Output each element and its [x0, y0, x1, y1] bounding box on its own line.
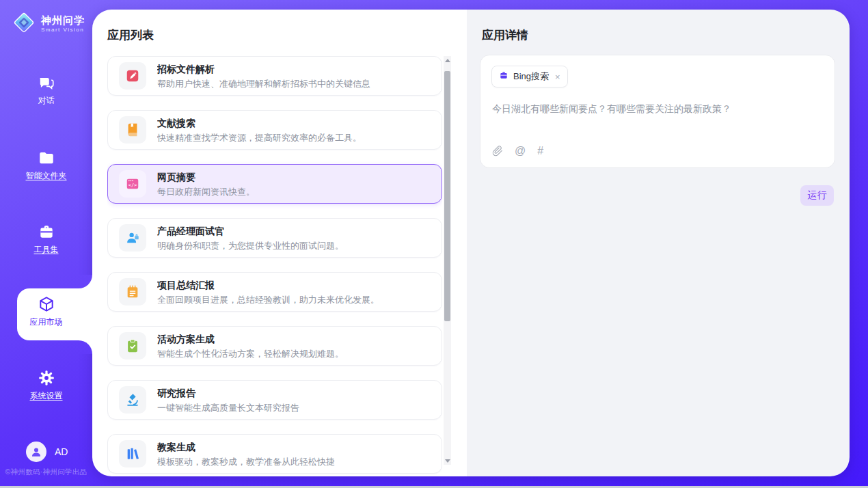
books-icon — [125, 446, 140, 461]
brand-subtitle: Smart Vision — [41, 27, 85, 33]
app-card-7[interactable]: 研究报告一键智能生成高质量长文本研究报告 — [107, 380, 442, 420]
scrollbar-thumb[interactable] — [444, 71, 450, 321]
app-card-description: 每日政府新闻资讯快查。 — [157, 187, 255, 196]
scroll-down-button[interactable] — [444, 457, 451, 465]
app-card-description: 一键智能生成高质量长文本研究报告 — [157, 403, 299, 412]
browser-code-icon: </> — [125, 176, 140, 191]
app-window: 神州问学 Smart Vision 对话智能文件夹工具集应用市场系统设置 AD … — [0, 0, 868, 488]
sidebar-item-label: 应用市场 — [30, 316, 63, 328]
app-card-title: 活动方案生成 — [157, 334, 344, 344]
brand-name: 神州问学 — [41, 15, 85, 26]
main-content: 应用列表 招标文件解析帮助用户快速、准确地理解和解析招标书中的关键信息文献搜索快… — [92, 10, 850, 476]
pen-square-icon — [125, 68, 140, 83]
app-icon-tile: </> — [119, 170, 146, 198]
app-list-pane: 应用列表 招标文件解析帮助用户快速、准确地理解和解析招标书中的关键信息文献搜索快… — [92, 10, 467, 476]
scroll-up-button[interactable] — [444, 56, 451, 64]
app-card-title: 教案生成 — [157, 442, 335, 452]
tool-chip-label: Bing搜索 — [513, 70, 549, 83]
gear-icon — [38, 369, 55, 387]
toolbox-icon — [38, 223, 55, 241]
app-list-title: 应用列表 — [107, 27, 154, 43]
app-card-title: 项目总结汇报 — [157, 280, 379, 290]
sidebar-item-5[interactable]: 系统设置 — [0, 369, 92, 413]
app-card-5[interactable]: 项目总结汇报全面回顾项目进展，总结经验教训，助力未来优化发展。 — [107, 272, 442, 312]
app-card-description: 模板驱动，教案秒成，教学准备从此轻松快捷 — [157, 457, 335, 466]
app-card-6[interactable]: 活动方案生成智能生成个性化活动方案，轻松解决规划难题。 — [107, 326, 442, 366]
app-icon-tile — [119, 386, 146, 414]
app-card-description: 明确身份和职责，为您提供专业性的面试问题。 — [157, 241, 344, 250]
clipboard-check-icon — [125, 338, 140, 353]
sidebar-footer: ©神州数码·神州问学出品 — [0, 467, 92, 477]
tool-chip-bing-search[interactable]: Bing搜索 × — [491, 66, 568, 87]
at-icon[interactable]: @ — [515, 146, 526, 157]
chat-icon — [38, 74, 55, 92]
sidebar-item-label: 系统设置 — [30, 390, 63, 402]
app-card-title: 网页摘要 — [157, 172, 255, 182]
app-list: 招标文件解析帮助用户快速、准确地理解和解析招标书中的关键信息文献搜索快速精准查找… — [107, 56, 442, 476]
app-card-title: 文献搜索 — [157, 118, 362, 128]
app-card-2[interactable]: 文献搜索快速精准查找学术资源，提高研究效率的必备工具。 — [107, 110, 442, 150]
app-card-description: 全面回顾项目进展，总结经验教训，助力未来优化发展。 — [157, 295, 379, 304]
run-button[interactable]: 运行 — [800, 185, 834, 206]
paperclip-icon[interactable] — [492, 146, 503, 157]
app-icon-tile — [119, 440, 146, 467]
close-icon[interactable]: × — [555, 72, 560, 81]
sidebar-item-3[interactable]: 工具集 — [0, 223, 92, 267]
app-card-1[interactable]: 招标文件解析帮助用户快速、准确地理解和解析招标书中的关键信息 — [107, 56, 442, 96]
sidebar-item-2[interactable]: 智能文件夹 — [0, 149, 92, 193]
app-card-4[interactable]: 产品经理面试官明确身份和职责，为您提供专业性的面试问题。 — [107, 218, 442, 258]
book-icon — [125, 122, 140, 137]
cube-icon — [38, 295, 55, 313]
diamond-logo-icon — [12, 11, 36, 37]
sidebar-item-label: 工具集 — [34, 244, 59, 256]
query-input[interactable]: 今日湖北有哪些新闻要点？有哪些需要关注的最新政策？ — [492, 103, 824, 116]
app-icon-tile — [119, 62, 146, 90]
app-card-title: 招标文件解析 — [157, 64, 370, 74]
app-card-title: 研究报告 — [157, 388, 299, 398]
sidebar: 神州问学 Smart Vision 对话智能文件夹工具集应用市场系统设置 AD … — [0, 0, 92, 488]
brand: 神州问学 Smart Vision — [12, 11, 85, 37]
app-card-description: 快速精准查找学术资源，提高研究效率的必备工具。 — [157, 133, 362, 142]
sidebar-item-label: 对话 — [38, 95, 55, 107]
microscope-icon — [125, 392, 140, 407]
sidebar-item-1[interactable]: 对话 — [0, 74, 92, 118]
user-row: AD — [0, 442, 92, 462]
app-icon-tile — [119, 116, 146, 144]
app-card-description: 智能生成个性化活动方案，轻松解决规划难题。 — [157, 349, 344, 358]
app-card-description: 帮助用户快速、准确地理解和解析招标书中的关键信息 — [157, 79, 370, 88]
app-card-3[interactable]: </>网页摘要每日政府新闻资讯快查。 — [107, 164, 442, 204]
folder-icon — [38, 149, 55, 167]
interviewer-icon — [125, 230, 140, 245]
active-tab-curve-top — [79, 275, 92, 288]
app-card-8[interactable]: 教案生成模板驱动，教案秒成，教学准备从此轻松快捷 — [107, 434, 442, 474]
app-icon-tile — [119, 224, 146, 252]
app-icon-tile — [119, 332, 146, 360]
hash-icon[interactable]: # — [537, 146, 543, 157]
sidebar-item-label: 智能文件夹 — [26, 170, 67, 182]
app-icon-tile — [119, 278, 146, 306]
notepad-icon — [125, 284, 140, 299]
app-detail-title: 应用详情 — [482, 27, 528, 43]
avatar[interactable] — [26, 442, 46, 462]
composer-toolbar: @ # — [492, 146, 543, 157]
app-detail-pane: 应用详情 Bing搜索 × 今日湖北有哪些新闻要点？有哪些需要关注的最新政策？ — [467, 10, 850, 476]
app-card-title: 产品经理面试官 — [157, 226, 344, 236]
svg-text:</>: </> — [128, 182, 137, 188]
user-name: AD — [55, 446, 68, 457]
sidebar-item-4[interactable]: 应用市场 — [0, 295, 92, 339]
triangle-up-icon — [445, 59, 450, 62]
active-tab-curve-bottom — [79, 340, 92, 354]
composer-card: Bing搜索 × 今日湖北有哪些新闻要点？有哪些需要关注的最新政策？ @ # — [480, 55, 835, 168]
briefcase-icon — [499, 70, 508, 83]
triangle-down-icon — [445, 459, 450, 463]
scrollbar-track[interactable] — [444, 56, 451, 465]
